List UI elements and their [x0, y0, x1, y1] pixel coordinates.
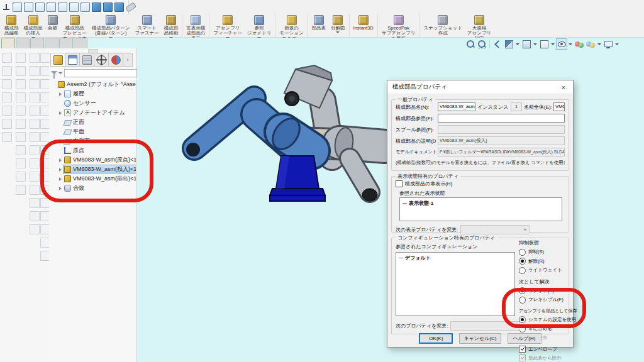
command-tab[interactable] [59, 38, 73, 48]
tab-configurationmanager[interactable] [80, 53, 94, 67]
ribbon-button[interactable]: 大規模 アセンブリ 設定 [465, 14, 494, 37]
view-cube-icon[interactable] [24, 3, 33, 12]
hide-component-checkbox[interactable]: 構成部品の非表示(H) [396, 180, 565, 187]
dropdown-arrow-icon[interactable] [533, 43, 537, 45]
tree-item[interactable]: 合致 [49, 184, 136, 193]
tree-item[interactable]: 履歴 [49, 89, 136, 99]
expand-arrow-icon[interactable] [59, 168, 62, 172]
radio-option[interactable]: 解除(R) [519, 258, 567, 265]
tree-item[interactable]: センサー [49, 99, 136, 108]
tree-item[interactable]: Assem2 (デフォルト "Assem2") <表示状態-1: [49, 80, 136, 89]
list-item[interactable]: 表示状態-1 [400, 198, 562, 207]
command-tab[interactable] [45, 38, 58, 48]
chevron-right-icon[interactable]: › [123, 53, 133, 67]
view-cube-icon[interactable] [80, 3, 90, 12]
view-cube-icon[interactable] [35, 3, 45, 12]
tree-item[interactable]: アノテートアイテム [49, 108, 136, 118]
ribbon-button[interactable]: 分解図 [328, 14, 350, 37]
ribbon-button[interactable]: 部品表 [309, 14, 329, 37]
dropdown-arrow-icon[interactable] [336, 31, 340, 33]
configuration-list[interactable]: デフォルト [396, 252, 515, 316]
previous-view-icon[interactable] [492, 39, 502, 49]
expand-arrow-icon[interactable] [59, 177, 62, 181]
tree-filter-input[interactable] [64, 69, 137, 77]
hide-show-items-icon[interactable] [557, 39, 567, 49]
change-display-properties-combo [460, 225, 530, 234]
ribbon-button[interactable]: 参照 ジオメトリ [245, 14, 275, 37]
tree-item[interactable]: 原点 [49, 146, 136, 155]
dropdown-arrow-icon[interactable] [516, 43, 519, 45]
expand-arrow-icon[interactable] [59, 92, 62, 96]
dropdown-arrow-icon[interactable] [597, 43, 601, 45]
view-orientation-icon[interactable] [521, 39, 531, 49]
filter-dropdown-icon[interactable] [58, 72, 62, 74]
zoom-area-icon[interactable] [477, 39, 487, 49]
envelope-checkbox[interactable]: エンベロープ [519, 346, 567, 353]
zoom-fit-icon[interactable] [465, 39, 475, 49]
expand-arrow-icon[interactable] [59, 187, 62, 190]
tab-displaymanager[interactable] [109, 53, 123, 67]
radio-option[interactable]: リジッド(R) [519, 287, 567, 294]
tree-item[interactable]: 平面 [49, 127, 136, 136]
ribbon-button[interactable]: 新規の モーション スタディ [277, 14, 308, 37]
cancel-button[interactable]: キャンセル(C) [459, 333, 501, 344]
ribbon-button[interactable]: 構成部 品移動 [162, 14, 183, 37]
section-view-icon[interactable] [504, 39, 514, 49]
view-cube-icon[interactable] [13, 3, 22, 12]
radio-option[interactable]: フレキシブル(F) [519, 297, 567, 304]
dropdown-arrow-icon[interactable] [615, 43, 619, 45]
ok-button[interactable]: OK(K) [419, 333, 453, 344]
solid-cube-icon[interactable] [103, 3, 113, 12]
dropdown-arrow-icon[interactable] [569, 43, 572, 45]
solid-cube-icon[interactable] [92, 3, 101, 12]
view-cube-icon[interactable] [47, 3, 56, 12]
expand-arrow-icon[interactable] [59, 158, 62, 162]
dialog-titlebar[interactable]: 構成部品プロパティ × [387, 80, 573, 94]
view-settings-icon[interactable] [603, 39, 613, 49]
command-tab[interactable] [74, 38, 87, 48]
tab-propertymanager[interactable] [65, 53, 80, 67]
solid-cube-icon[interactable] [114, 3, 124, 12]
command-tab[interactable] [1, 38, 15, 48]
ribbon-button[interactable]: アセンブリ フィーチャー [211, 14, 245, 37]
command-tab[interactable] [16, 38, 30, 48]
dropdown-arrow-icon[interactable] [551, 43, 555, 45]
view-cube-icon[interactable] [58, 3, 67, 12]
tree-item[interactable]: VM6083-W_asm(原点)<1> (デフォルト [49, 155, 136, 165]
help-button[interactable]: ヘルプ(H) [508, 333, 541, 344]
display-style-icon[interactable] [539, 39, 549, 49]
tree-item[interactable]: 正面 [49, 118, 136, 127]
component-name-input[interactable]: VM6083-W_asm(投入) [438, 102, 475, 111]
ribbon-button[interactable]: スマート ファスナー [132, 14, 161, 37]
radio-option[interactable]: ライトウェイト [519, 267, 567, 274]
tab-dimxpertmanager[interactable] [94, 53, 109, 67]
expand-arrow-icon[interactable] [59, 111, 62, 115]
close-icon[interactable]: × [554, 80, 573, 94]
eraser-icon[interactable] [125, 2, 136, 13]
apply-scene-icon[interactable] [586, 39, 596, 49]
tab-featuremanager[interactable] [50, 53, 65, 67]
tree-item[interactable]: 右側面 [49, 136, 136, 146]
ribbon-button[interactable]: 構成部品パターン (直線パターン) [89, 14, 133, 37]
ribbon-button[interactable]: 構成部品 プレビュー ウィンドウ [60, 14, 89, 37]
edit-appearance-icon[interactable] [574, 39, 584, 49]
ribbon-button[interactable]: 構成部品 の挿入 [21, 14, 45, 37]
ribbon-button[interactable]: 合致 [45, 14, 60, 37]
ribbon-button[interactable]: 非表示構 成部品の 表示 [184, 14, 209, 37]
instant3d-icon [358, 15, 369, 25]
ribbon-button[interactable]: スナップショット 作成 [421, 14, 464, 37]
ribbon-button[interactable]: Instant3D [351, 14, 378, 37]
display-state-list[interactable]: 表示状態-1 [399, 197, 562, 221]
tree-item[interactable]: VM6083-W_asm(排出)<1> (デフォルト [49, 174, 136, 184]
ribbon-button[interactable]: 構成部 品編集 [2, 14, 21, 37]
component-reference-input[interactable] [438, 114, 565, 123]
ribbon-button[interactable]: SpeedPak サブアセンブリ を更新 [379, 14, 420, 37]
drop-origin-icon[interactable] [3, 3, 11, 11]
disabled-tool-icon [30, 224, 40, 234]
radio-option[interactable]: 抑制(S) [519, 249, 567, 256]
tree-item[interactable]: VM6083-W_asm(投入)<1> (デフォルト [49, 165, 136, 174]
view-cube-icon[interactable] [69, 3, 79, 12]
command-tab[interactable] [30, 38, 44, 48]
full-name-input[interactable]: VM6083-W_asm( [553, 102, 565, 111]
list-item[interactable]: デフォルト [396, 253, 514, 261]
